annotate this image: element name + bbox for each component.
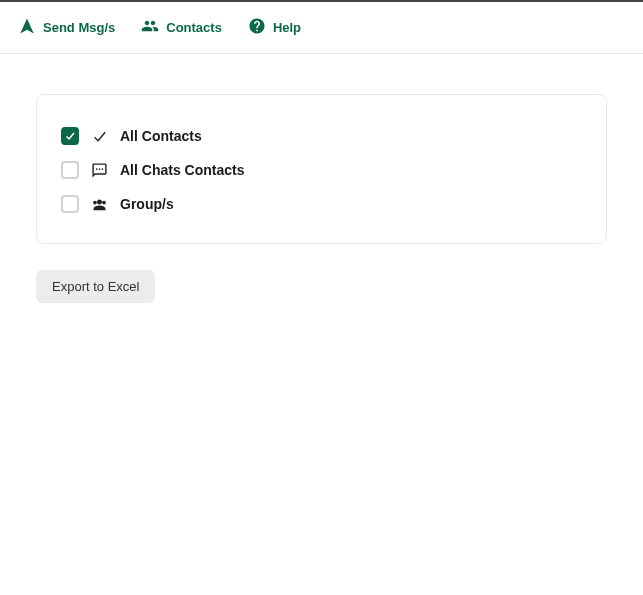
nav-send-msgs[interactable]: Send Msg/s [14,11,119,44]
option-groups[interactable]: Group/s [61,187,582,221]
svg-point-0 [96,168,98,170]
checkbox-groups[interactable] [61,195,79,213]
option-all-contacts[interactable]: All Contacts [61,119,582,153]
svg-point-1 [99,168,101,170]
content-area: All Contacts All Chats Contacts Group/s … [0,54,643,343]
contacts-icon [141,17,159,38]
nav-contacts[interactable]: Contacts [137,11,226,44]
checkbox-all-chats[interactable] [61,161,79,179]
nav-send-msgs-label: Send Msg/s [43,20,115,35]
help-icon [248,17,266,38]
option-all-contacts-label: All Contacts [120,128,202,144]
nav-help[interactable]: Help [244,11,305,44]
option-all-chats[interactable]: All Chats Contacts [61,153,582,187]
chat-icon [91,162,108,179]
option-groups-label: Group/s [120,196,174,212]
export-excel-button[interactable]: Export to Excel [36,270,155,303]
svg-point-2 [101,168,103,170]
option-all-chats-label: All Chats Contacts [120,162,244,178]
send-icon [18,17,36,38]
nav-contacts-label: Contacts [166,20,222,35]
group-icon [91,196,108,213]
nav-help-label: Help [273,20,301,35]
checkbox-all-contacts[interactable] [61,127,79,145]
navbar: Send Msg/s Contacts Help [0,2,643,54]
options-card: All Contacts All Chats Contacts Group/s [36,94,607,244]
check-icon [91,128,108,145]
